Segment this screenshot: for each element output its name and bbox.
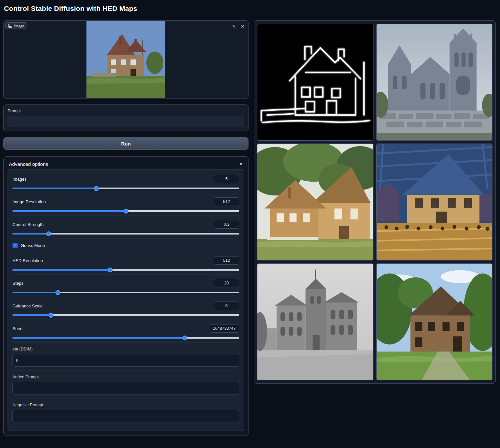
prompt-input[interactable] <box>8 116 244 127</box>
slider-value-seed[interactable]: 1648733747 <box>209 324 239 333</box>
stylized-painting-image <box>377 144 492 260</box>
slider-row-hed-resolution: HED Resolution 512 <box>12 252 239 274</box>
image-upload-area[interactable]: Image ✎ ✕ <box>3 20 249 99</box>
slider-value-guidance-scale[interactable]: 5 <box>214 302 239 310</box>
slider-track-images[interactable] <box>12 188 239 189</box>
slider-track-guidance-scale[interactable] <box>12 314 239 316</box>
slider-row-seed: Seed 1648733747 <box>12 320 239 342</box>
slider-fill <box>12 188 96 189</box>
slider-value-images[interactable]: 5 <box>214 175 239 183</box>
slider-handle-images[interactable] <box>94 186 99 191</box>
slider-track-control-strength[interactable] <box>12 233 239 235</box>
run-button[interactable]: Run <box>3 137 249 150</box>
slider-value-image-resolution[interactable]: 512 <box>214 197 239 206</box>
house-lawn-image <box>377 264 492 380</box>
image-icon <box>8 24 12 28</box>
slider-fill <box>12 210 126 212</box>
image-toolbar: ✎ ✕ <box>230 23 246 30</box>
guess-mode-checkbox[interactable]: ✓ <box>12 243 18 248</box>
chevron-down-icon[interactable]: ▼ <box>239 162 243 167</box>
cathedral-image <box>377 24 492 140</box>
image-component-label: Image <box>5 22 27 29</box>
added-prompt-row: Added Prompt <box>12 370 239 398</box>
slider-row-guidance-scale: Guidance Scale 5 <box>12 297 239 320</box>
advanced-options-body: Images 5 Image Resolution 512 <box>8 169 244 431</box>
guess-mode-row[interactable]: ✓ Guess Mode <box>12 238 239 252</box>
slider-label-steps: Steps <box>12 281 23 286</box>
grayscale-building-image <box>257 264 373 380</box>
check-icon: ✓ <box>13 244 16 247</box>
slider-fill <box>12 337 185 339</box>
slider-track-steps[interactable] <box>12 292 239 293</box>
added-prompt-label: Added Prompt <box>12 375 239 379</box>
prompt-label: Prompt <box>8 109 244 113</box>
close-icon[interactable]: ✕ <box>239 23 246 30</box>
slider-label-guidance-scale: Guidance Scale <box>12 303 43 308</box>
slider-label-hed-resolution: HED Resolution <box>12 258 43 263</box>
result-gallery <box>254 20 496 384</box>
slider-handle-steps[interactable] <box>56 290 60 295</box>
advanced-options-title: Advanced options <box>9 161 48 167</box>
slider-fill <box>12 233 49 235</box>
slider-row-steps: Steps 20 <box>12 274 239 297</box>
slider-fill <box>12 314 51 316</box>
image-label-text: Image <box>14 24 24 28</box>
slider-row-control-strength: Control Strength 0.3 <box>12 215 239 238</box>
eta-label: eta (DDIM) <box>12 347 239 351</box>
painted-house-image <box>257 144 373 260</box>
gallery-item-painted-house[interactable] <box>257 144 373 260</box>
slider-label-images: Images <box>12 177 27 182</box>
advanced-options-header[interactable]: Advanced options ▼ <box>8 161 244 169</box>
added-prompt-input[interactable] <box>12 382 239 394</box>
hed-edge-map-image <box>257 24 373 140</box>
slider-label-control-strength: Control Strength <box>12 222 44 227</box>
slider-track-hed-resolution[interactable] <box>12 269 239 271</box>
gallery-item-house-lawn[interactable] <box>376 263 493 380</box>
guess-mode-label: Guess Mode <box>21 243 45 248</box>
gallery-item-grayscale-building[interactable] <box>257 263 373 380</box>
negative-prompt-input[interactable] <box>12 410 239 422</box>
eta-row: eta (DDIM) 0 <box>12 342 239 370</box>
gallery-item-hed-edge-map[interactable] <box>257 24 373 141</box>
slider-track-seed[interactable] <box>12 337 239 339</box>
page-title: Control Stable Diffusion with HED Maps <box>4 5 137 12</box>
slider-handle-seed[interactable] <box>182 335 187 340</box>
slider-fill <box>12 292 58 293</box>
slider-handle-control-strength[interactable] <box>46 231 51 236</box>
slider-handle-guidance-scale[interactable] <box>49 313 54 318</box>
slider-value-steps[interactable]: 20 <box>214 279 239 287</box>
gallery-item-stylized-painting[interactable] <box>376 144 493 260</box>
slider-label-image-resolution: Image Resolution <box>12 199 46 204</box>
slider-value-control-strength[interactable]: 0.3 <box>214 220 239 229</box>
eta-input[interactable]: 0 <box>12 354 239 367</box>
negative-prompt-row: Negative Prompt <box>12 398 239 426</box>
advanced-options-panel: Advanced options ▼ Images 5 Image Resolu… <box>3 156 249 436</box>
slider-value-hed-resolution[interactable]: 512 <box>214 256 239 265</box>
slider-row-images: Images 5 <box>12 170 239 193</box>
slider-fill <box>12 269 110 271</box>
slider-handle-hed-resolution[interactable] <box>107 267 112 272</box>
slider-handle-image-resolution[interactable] <box>124 209 129 213</box>
gallery-item-cathedral[interactable] <box>376 24 493 141</box>
slider-track-image-resolution[interactable] <box>12 210 239 212</box>
slider-label-seed: Seed <box>12 326 22 331</box>
prompt-panel: Prompt <box>3 104 249 131</box>
edit-icon[interactable]: ✎ <box>230 23 238 30</box>
controls-column: Image ✎ ✕ Prompt <box>3 20 249 436</box>
negative-prompt-label: Negative Prompt <box>12 403 239 407</box>
slider-row-image-resolution: Image Resolution 512 <box>12 193 239 215</box>
uploaded-house-photo[interactable] <box>86 21 165 99</box>
